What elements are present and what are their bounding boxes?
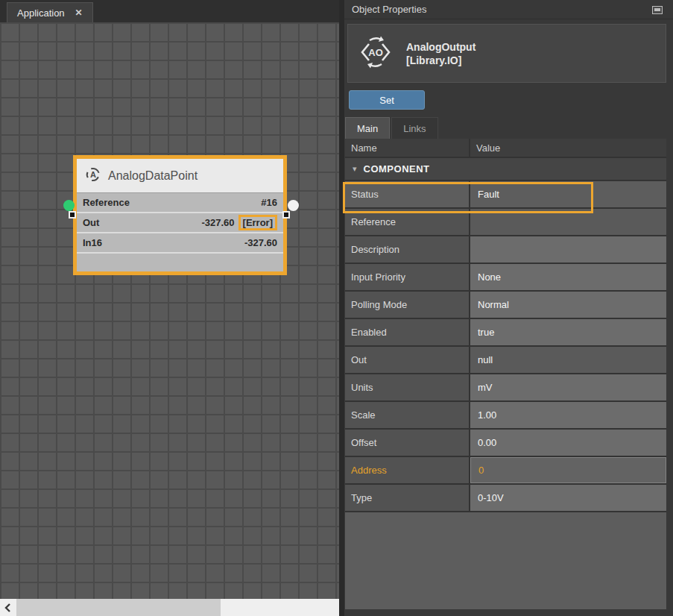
table-row-description[interactable]: Description — [345, 236, 666, 264]
object-type-name: AnalogOutput — [406, 40, 475, 54]
table-row-address[interactable]: Address 0 — [345, 457, 666, 485]
prop-name: Scale — [345, 402, 470, 428]
prop-name: Type — [345, 485, 470, 511]
table-row-enabled[interactable]: Enabled true — [345, 319, 666, 347]
block-slot-list: Reference #16 Out -327.60 [Error] In16 -… — [77, 193, 283, 271]
panel-titlebar: Object Properties — [344, 0, 673, 19]
prop-value-field[interactable]: mV — [470, 374, 666, 400]
collapse-caret-icon[interactable]: ▾ — [353, 164, 357, 174]
svg-text:A: A — [90, 170, 96, 179]
horizontal-scrollbar[interactable] — [0, 599, 340, 616]
document-tabstrip: Application ✕ — [0, 0, 340, 22]
analog-data-point-block[interactable]: A AnalogDataPoint Reference #16 Out -32 — [73, 155, 287, 275]
prop-value-field[interactable]: 0 — [470, 457, 666, 483]
block-slot-empty — [77, 254, 283, 271]
output-port-icon[interactable] — [288, 200, 299, 211]
table-row-status[interactable]: Status Fault — [345, 181, 666, 209]
group-label: COMPONENT — [364, 163, 430, 175]
table-row-input-priority[interactable]: Input Priority None — [345, 264, 666, 292]
svg-text:AO: AO — [368, 47, 383, 58]
slot-value: -327.60 [Error] — [201, 215, 277, 230]
slot-out-value: -327.60 — [201, 217, 234, 228]
prop-name: Status — [345, 181, 470, 207]
table-row-offset[interactable]: Offset 0.00 — [345, 430, 666, 457]
analog-block-icon: A — [85, 166, 101, 186]
set-button[interactable]: Set — [349, 90, 425, 110]
prop-value-field[interactable]: None — [470, 264, 666, 290]
object-library-name: [Library.IO] — [406, 54, 475, 67]
tab-application-label: Application — [17, 7, 65, 19]
analog-output-icon: AO — [358, 35, 393, 72]
prop-name: Input Priority — [345, 264, 470, 290]
block-slot-in16[interactable]: In16 -327.60 — [77, 233, 283, 252]
block-slot-out[interactable]: Out -327.60 [Error] — [77, 213, 283, 232]
tab-links[interactable]: Links — [391, 117, 437, 139]
object-properties-panel: Object Properties AO AnalogOutput [Libra… — [344, 0, 673, 616]
column-header-value: Value — [470, 139, 666, 157]
table-row-type[interactable]: Type 0-10V — [345, 485, 666, 512]
table-row-reference[interactable]: Reference — [345, 209, 666, 236]
selection-handle-right[interactable] — [282, 211, 290, 219]
prop-name: Address — [345, 457, 470, 483]
pane-divider[interactable] — [339, 0, 344, 616]
slot-label: Reference — [83, 197, 130, 208]
object-header-card: AO AnalogOutput [Library.IO] — [347, 24, 666, 83]
tab-main[interactable]: Main — [345, 117, 390, 139]
wiresheet-canvas[interactable]: A AnalogDataPoint Reference #16 Out -32 — [0, 22, 340, 599]
prop-value-field[interactable]: 0.00 — [470, 430, 666, 456]
slot-label: In16 — [83, 237, 102, 248]
property-table: Name Value ▾ COMPONENT Status Fault Refe… — [345, 139, 666, 609]
prop-value: Fault — [470, 181, 666, 207]
block-header[interactable]: A AnalogDataPoint — [77, 159, 283, 193]
table-row-out[interactable]: Out null — [345, 347, 666, 374]
prop-name: Out — [345, 347, 470, 373]
selection-handle-left[interactable] — [69, 211, 76, 219]
prop-name: Enabled — [345, 319, 470, 345]
tab-close-icon[interactable]: ✕ — [75, 7, 83, 18]
block-title: AnalogDataPoint — [108, 169, 198, 183]
prop-value-field[interactable]: 1.00 — [470, 402, 666, 428]
table-empty-area — [345, 512, 666, 609]
table-row-polling-mode[interactable]: Polling Mode Normal — [345, 292, 666, 319]
column-header-name: Name — [345, 139, 470, 157]
prop-value-field[interactable]: true — [470, 319, 666, 345]
panel-title: Object Properties — [352, 4, 426, 15]
block-slot-reference[interactable]: Reference #16 — [77, 193, 283, 212]
prop-value — [470, 209, 666, 235]
prop-value-field[interactable]: 0-10V — [470, 485, 666, 511]
scroll-left-arrow-icon[interactable] — [0, 599, 16, 616]
prop-name: Offset — [345, 430, 470, 456]
prop-name: Units — [345, 374, 470, 400]
prop-name: Polling Mode — [345, 292, 470, 318]
slot-value: #16 — [261, 197, 277, 208]
input-port-connected-icon[interactable] — [63, 200, 75, 211]
prop-value-field[interactable]: Normal — [470, 292, 666, 318]
table-row-units[interactable]: Units mV — [345, 374, 666, 402]
prop-name: Reference — [345, 209, 470, 235]
table-header-row: Name Value — [345, 139, 666, 158]
tab-application[interactable]: Application ✕ — [7, 2, 93, 22]
group-component[interactable]: ▾ COMPONENT — [345, 158, 666, 181]
slot-value: -327.60 — [244, 237, 277, 248]
dock-window-icon[interactable] — [652, 6, 663, 14]
property-tabs: Main Links — [345, 117, 438, 139]
diagram-pane: Application ✕ A AnalogDataPoint Refer — [0, 0, 340, 616]
slot-label: Out — [83, 217, 99, 228]
table-row-scale[interactable]: Scale 1.00 — [345, 402, 666, 430]
prop-name: Description — [345, 236, 470, 263]
error-status-highlight: [Error] — [238, 215, 277, 230]
scrollbar-thumb[interactable] — [16, 599, 221, 616]
prop-value-field[interactable] — [470, 236, 666, 263]
prop-value: null — [470, 347, 666, 373]
